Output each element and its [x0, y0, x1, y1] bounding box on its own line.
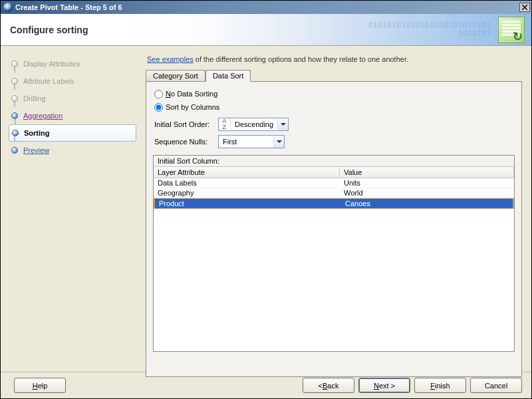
cell-value: Canoes	[341, 199, 513, 208]
sort-desc-icon: AZ	[219, 118, 231, 130]
banner-digits-top: 01010101010101010101010101	[368, 21, 491, 29]
help-button[interactable]: Help	[14, 378, 66, 393]
table-row[interactable]: Geography World	[154, 188, 514, 198]
col-header-layer-attribute[interactable]: Layer Attribute	[154, 167, 340, 178]
step-dot-icon	[11, 78, 18, 84]
title-bar: Create Pivot Table - Step 5 of 6	[1, 1, 531, 14]
step-dot-icon	[12, 130, 19, 136]
step-display-attributes[interactable]: Display Attributes	[11, 55, 136, 72]
table-row[interactable]: Product Canoes	[154, 198, 514, 209]
data-sort-panel: No Data Sorting Sort by Columns Initial …	[146, 82, 522, 377]
close-button[interactable]	[519, 3, 530, 12]
step-label: Attribute Labels	[23, 77, 74, 85]
col-header-value[interactable]: Value	[340, 167, 514, 178]
banner-digits-bot: 1010101	[368, 29, 491, 37]
step-sorting[interactable]: Sorting	[9, 124, 136, 142]
accel-char: N	[166, 90, 171, 98]
wizard-steps-pane: Display Attributes Attribute Labels Dril…	[1, 46, 143, 372]
main-panel: See examples of the different sorting op…	[143, 46, 531, 372]
back-button[interactable]: < Back	[303, 378, 354, 393]
tab-strip: Category Sort Data Sort	[146, 67, 522, 82]
cell-layer-attribute: Product	[155, 199, 341, 208]
cell-value: World	[340, 188, 514, 198]
chevron-down-icon	[277, 118, 288, 130]
page-title: Configure sorting	[10, 25, 88, 35]
combo-value: Descending	[231, 120, 277, 128]
sequence-nulls-combo[interactable]: First	[218, 135, 285, 148]
content-area: Display Attributes Attribute Labels Dril…	[1, 46, 531, 372]
step-label: Aggregation	[23, 112, 63, 120]
window-title: Create Pivot Table - Step 5 of 6	[15, 3, 519, 11]
finish-button[interactable]: Finish	[414, 378, 466, 393]
initial-sort-order-label: Initial Sort Order:	[154, 120, 218, 128]
cell-layer-attribute: Geography	[154, 188, 340, 198]
help-label-rest: elp	[38, 382, 48, 390]
step-preview[interactable]: Preview	[11, 142, 136, 159]
banner: Configure sorting 0101010101010101010101…	[1, 14, 531, 46]
step-dot-icon	[11, 95, 18, 102]
tab-data-sort[interactable]: Data Sort	[205, 70, 251, 82]
examples-text: of the different sorting options and how…	[194, 55, 408, 63]
banner-decoration: 01010101010101010101010101 1010101	[368, 21, 491, 37]
pivot-table-icon	[498, 17, 525, 43]
next-button[interactable]: Next >	[358, 378, 410, 393]
step-label: Display Attributes	[23, 60, 80, 68]
chevron-down-icon	[273, 136, 284, 148]
radio-no-data-sorting-label[interactable]: No Data Sorting	[166, 90, 217, 98]
step-aggregation[interactable]: Aggregation	[11, 107, 136, 124]
grid-header: Layer Attribute Value	[154, 167, 514, 178]
grid-body[interactable]: Data Labels Units Geography World Produc…	[154, 178, 514, 351]
step-dot-icon	[11, 61, 18, 67]
grid-title: Initial Sort Column:	[154, 156, 514, 167]
examples-hint: See examples of the different sorting op…	[147, 55, 522, 63]
initial-sort-order-row: Initial Sort Order: AZ Descending	[154, 118, 515, 131]
sequence-nulls-row: Sequence Nulls: First	[154, 135, 515, 148]
radio-no-data-sorting-row: No Data Sorting	[154, 87, 515, 100]
step-attribute-labels[interactable]: Attribute Labels	[11, 72, 136, 90]
step-drilling[interactable]: Drilling	[11, 90, 136, 107]
cell-layer-attribute: Data Labels	[154, 178, 340, 188]
app-icon	[3, 3, 13, 12]
initial-sort-order-combo[interactable]: AZ Descending	[218, 118, 289, 131]
initial-sort-column-grid: Initial Sort Column: Layer Attribute Val…	[153, 155, 515, 352]
radio-sort-by-columns-label[interactable]: Sort by Columns	[166, 103, 219, 111]
step-dot-icon	[11, 147, 18, 154]
step-label: Preview	[23, 146, 49, 154]
step-label: Drilling	[23, 94, 46, 102]
radio-no-data-sorting[interactable]	[154, 90, 163, 98]
cancel-button[interactable]: Cancel	[470, 378, 522, 393]
tab-category-sort[interactable]: Category Sort	[146, 70, 205, 81]
label-rest: o Data Sorting	[171, 90, 217, 98]
step-dot-icon	[11, 112, 18, 119]
table-row[interactable]: Data Labels Units	[154, 178, 514, 188]
radio-sort-by-columns-row: Sort by Columns	[154, 100, 515, 114]
cell-value: Units	[340, 178, 514, 188]
sequence-nulls-label: Sequence Nulls:	[154, 138, 218, 146]
step-label: Sorting	[24, 129, 50, 137]
radio-sort-by-columns[interactable]	[154, 103, 163, 112]
see-examples-link[interactable]: See examples	[147, 55, 194, 63]
combo-value: First	[219, 138, 273, 146]
